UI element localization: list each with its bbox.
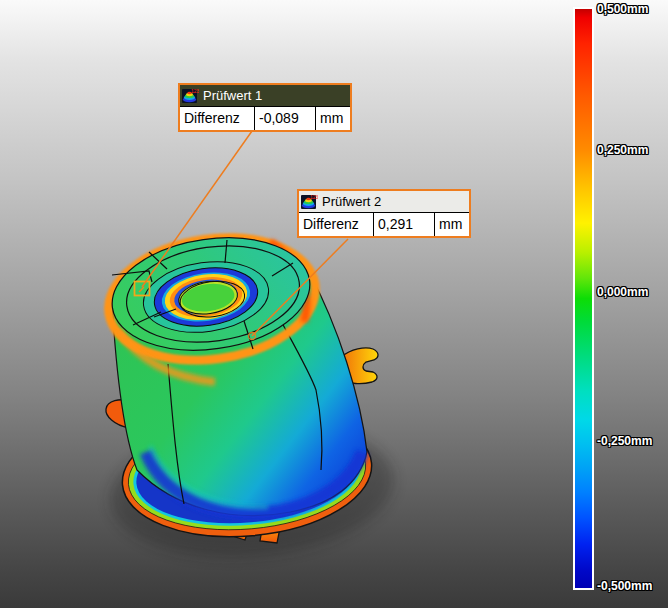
svg-text:123: 123	[310, 194, 318, 200]
dimension-name: Differenz	[180, 107, 254, 130]
dimension-unit: mm	[434, 213, 469, 236]
annotation-value-row: Differenz -0,089 mm	[180, 106, 350, 130]
inspection-3d-viewport[interactable]: 123 Prüfwert 1 Differenz -0,089 mm 123 P…	[0, 0, 668, 608]
scale-tick: 0,250mm	[597, 143, 648, 157]
annotation-header[interactable]: 123 Prüfwert 1	[180, 85, 350, 106]
annotation-title: Prüfwert 2	[322, 194, 381, 209]
scale-tick-zero: 0,000mm	[597, 285, 648, 299]
annotation-title: Prüfwert 1	[203, 88, 262, 103]
dimension-value: 0,291	[373, 213, 434, 236]
scale-tick: -0,250mm	[597, 434, 652, 448]
scale-tick-min: -0,500mm	[597, 579, 652, 593]
deviation-check-icon: 123	[182, 88, 199, 103]
annotation-header[interactable]: 123 Prüfwert 2	[299, 191, 469, 212]
annotation-value-row: Differenz 0,291 mm	[299, 212, 469, 236]
dimension-value: -0,089	[254, 107, 315, 130]
deviation-check-icon: 123	[301, 194, 318, 209]
scale-tick-max: 0,500mm	[597, 2, 648, 16]
svg-text:123: 123	[191, 88, 199, 94]
deviation-color-scale[interactable]	[573, 7, 594, 590]
dimension-name: Differenz	[299, 213, 373, 236]
annotation-label-pruefwert-1[interactable]: 123 Prüfwert 1 Differenz -0,089 mm	[178, 83, 352, 132]
annotation-label-pruefwert-2[interactable]: 123 Prüfwert 2 Differenz 0,291 mm	[297, 189, 471, 238]
dimension-unit: mm	[315, 107, 350, 130]
